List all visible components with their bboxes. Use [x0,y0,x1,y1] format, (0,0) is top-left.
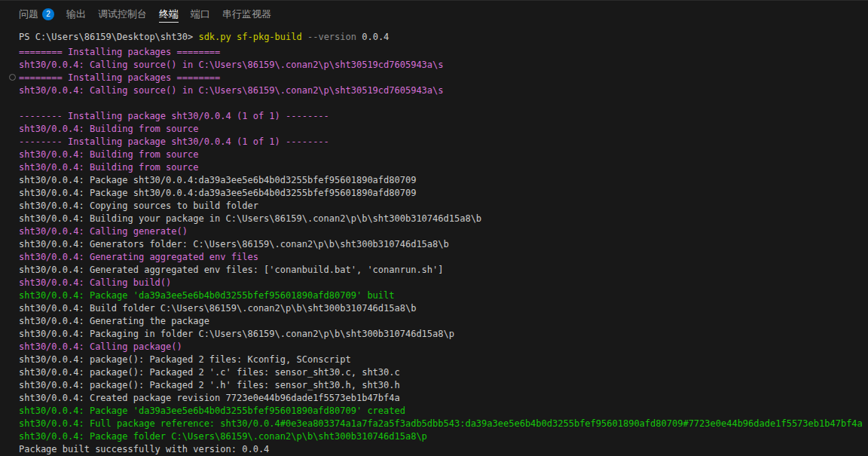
panel-tab-bar: 问题2输出调试控制台终端端口串行监视器 [0,1,868,27]
terminal-line: ======== Installing packages ======== [19,72,868,84]
tab-label: 问题 [19,8,38,21]
terminal-line: sht30/0.0.4: Generated aggregated env fi… [19,264,868,277]
terminal-line: sht30/0.0.4: Calling generate() [19,225,868,238]
tab-label: 端口 [191,8,210,21]
problems-count-badge: 2 [42,8,54,20]
terminal-line: sht30/0.0.4: Full package reference: sht… [19,418,868,430]
terminal-line: sht30/0.0.4: Building from source [19,161,868,174]
terminal-line: sht30/0.0.4: Build folder C:\Users\86159… [19,302,868,315]
tab-label: 调试控制台 [98,8,147,21]
terminal-lines: ======== Installing packages ========sht… [19,46,868,456]
terminal-line: sht30/0.0.4: Package folder C:\Users\861… [19,430,868,443]
prompt-version-arg: 0.0.4 [362,32,389,42]
terminal-line: sht30/0.0.4: Calling package() [19,341,868,353]
terminal-line: sht30/0.0.4: package(): Packaged 2 '.h' … [19,379,868,392]
terminal-view[interactable]: PS C:\Users\86159\Desktop\sht30> sdk.py … [0,27,868,456]
terminal-line: sht30/0.0.4: Packaging in folder C:\User… [19,328,868,341]
terminal-line: sht30/0.0.4: package(): Packaged 2 files… [19,353,868,366]
tab-label: 终端 [159,8,179,21]
prompt-flag: --version [307,32,356,42]
terminal-line: sht30/0.0.4: Generators folder: C:\Users… [19,238,868,251]
tab-serial-monitor[interactable]: 串行监视器 [216,1,277,27]
terminal-line: sht30/0.0.4: Package 'da39a3ee5e6b4b0d32… [19,405,868,418]
tab-label: 串行监视器 [222,8,271,21]
bottom-panel: 问题2输出调试控制台终端端口串行监视器 PS C:\Users\86159\De… [0,0,868,456]
terminal-line: sht30/0.0.4: package(): Packaged 2 '.c' … [19,366,868,379]
terminal-line: sht30/0.0.4: Generating the package [19,315,868,328]
prompt-cwd: PS C:\Users\86159\Desktop\sht30> [19,32,193,42]
terminal-line: sht30/0.0.4: Calling source() in C:\User… [19,84,868,97]
terminal-line [19,97,868,110]
terminal-line: sht30/0.0.4: Building from source [19,148,868,161]
terminal-line: -------- Installing package sht30/0.0.4 … [19,110,868,123]
terminal-line: sht30/0.0.4: Package 'da39a3ee5e6b4b0d32… [19,289,868,302]
tab-problems[interactable]: 问题2 [13,1,60,27]
terminal-line: Package built successfully with version:… [19,443,868,456]
terminal-line: sht30/0.0.4: Package sht30/0.0.4:da39a3e… [19,187,868,200]
terminal-line: sht30/0.0.4: Calling build() [19,277,868,289]
tab-label: 输出 [66,8,86,21]
terminal-line: sht30/0.0.4: Building your package in C:… [19,213,868,225]
prompt-command: sdk.py [198,32,231,42]
terminal-line: sht30/0.0.4: Generating aggregated env f… [19,251,868,264]
tab-ports[interactable]: 端口 [185,1,216,27]
terminal-line: ======== Installing packages ======== [19,46,868,59]
tab-debug-console[interactable]: 调试控制台 [92,1,153,27]
terminal-line: sht30/0.0.4: Created package revision 77… [19,392,868,405]
tab-terminal[interactable]: 终端 [153,1,185,27]
terminal-prompt-line: PS C:\Users\86159\Desktop\sht30> sdk.py … [19,31,868,44]
terminal-line: sht30/0.0.4: Building from source [19,123,868,136]
terminal-line: sht30/0.0.4: Calling source() in C:\User… [19,59,868,72]
terminal-line: sht30/0.0.4: Package sht30/0.0.4:da39a3e… [19,174,868,187]
terminal-line: sht30/0.0.4: Copying sources to build fo… [19,200,868,213]
prompt-subcommand: sf-pkg-build [237,32,302,42]
tab-output[interactable]: 输出 [60,1,92,27]
terminal-line: -------- Installing package sht30/0.0.4 … [19,136,868,148]
